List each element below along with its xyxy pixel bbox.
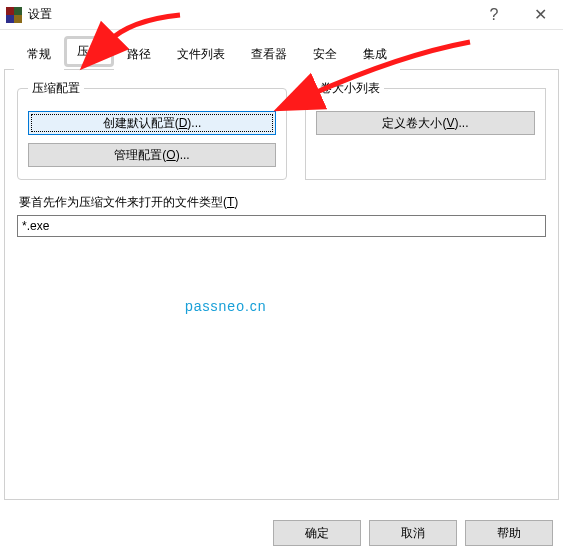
help-button[interactable]: 帮助	[465, 520, 553, 546]
group-volume-list-legend: 卷大小列表	[316, 80, 384, 97]
ok-button[interactable]: 确定	[273, 520, 361, 546]
group-compress-profile-legend: 压缩配置	[28, 80, 84, 97]
tab-security[interactable]: 安全	[300, 39, 350, 70]
close-icon[interactable]: ✕	[517, 0, 563, 29]
tab-viewer[interactable]: 查看器	[238, 39, 300, 70]
window-title: 设置	[28, 6, 471, 23]
tab-filelist[interactable]: 文件列表	[164, 39, 238, 70]
tab-compress[interactable]: 压缩	[64, 36, 114, 67]
create-default-profile-button[interactable]: 创建默认配置(D)...	[28, 111, 276, 135]
group-compress-profile: 压缩配置 创建默认配置(D)... 管理配置(O)...	[17, 80, 287, 180]
tab-integration[interactable]: 集成	[350, 39, 400, 70]
app-icon	[6, 7, 22, 23]
filetype-label: 要首先作为压缩文件来打开的文件类型(T)	[19, 194, 546, 211]
dialog-footer: 确定 取消 帮助	[273, 520, 553, 546]
tab-path[interactable]: 路径	[114, 39, 164, 70]
filetype-input[interactable]	[17, 215, 546, 237]
tab-content: 压缩配置 创建默认配置(D)... 管理配置(O)... 卷大小列表 定义卷大小…	[4, 70, 559, 500]
define-volume-size-button[interactable]: 定义卷大小(V)...	[316, 111, 535, 135]
tab-general[interactable]: 常规	[14, 39, 64, 70]
title-bar: 设置 ? ✕	[0, 0, 563, 30]
manage-profile-button[interactable]: 管理配置(O)...	[28, 143, 276, 167]
watermark: passneo.cn	[185, 298, 267, 314]
group-volume-list: 卷大小列表 定义卷大小(V)...	[305, 80, 546, 180]
help-icon[interactable]: ?	[471, 0, 517, 29]
tab-bar: 常规 压缩 路径 文件列表 查看器 安全 集成	[4, 34, 559, 70]
cancel-button[interactable]: 取消	[369, 520, 457, 546]
